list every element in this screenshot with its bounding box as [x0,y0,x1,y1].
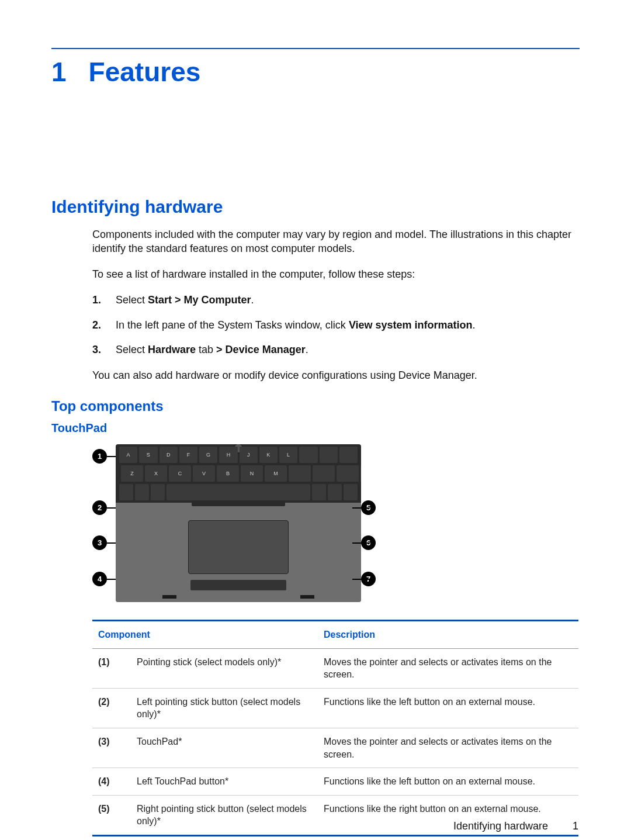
touchpad-right-button [238,580,286,590]
spacebar-key [167,484,310,500]
step-bold: Start > My Computer [148,294,251,306]
step-text: Select [116,294,148,306]
cell-index: (5) [92,795,131,835]
key [289,465,311,482]
key [312,484,326,500]
th-description: Description [318,621,578,649]
step-bold: Hardware [148,344,196,355]
step-text: . [251,294,254,306]
callout-1: 1 [92,449,107,464]
body-content: Components included with the computer ma… [92,227,578,383]
intro-paragraph-2: To see a list of hardware installed in t… [92,267,578,281]
key: J [240,447,258,463]
laptop-diagram: ASDFGHJKL ZXCVBNM [116,444,361,602]
page-footer: Identifying hardware 1 [453,819,578,833]
scroll-zone-right [300,595,314,599]
cell-description: Moves the pointer and selects or activat… [318,728,578,768]
step-number: 1. [92,293,101,307]
key: H [219,447,237,463]
scroll-zone-left [162,595,176,599]
callout-line [352,507,370,509]
cell-component: TouchPad* [131,728,318,768]
cell-index: (4) [92,768,131,796]
key [344,484,358,500]
key: C [169,465,191,482]
key: D [160,447,178,463]
section-heading-identifying-hardware: Identifying hardware [51,195,580,219]
callouts-right: 567 [361,444,384,602]
cell-description: Functions like the left button on an ext… [318,768,578,796]
chapter-title: Features [89,54,201,90]
callout-2: 2 [92,500,107,515]
cell-description: Moves the pointer and selects or activat… [318,648,578,688]
step-2: 2. In the left pane of the System Tasks … [92,318,578,332]
step-bold: View system information [349,319,473,331]
key: K [259,447,278,463]
cell-index: (3) [92,728,131,768]
table-row: (4)Left TouchPad button*Functions like t… [92,768,578,796]
key: B [217,465,239,482]
cell-component: Left TouchPad button* [131,768,318,796]
key [299,447,317,463]
step-number: 2. [92,318,101,332]
document-page: 1 Features Identifying hardware Componen… [0,0,631,840]
subsubsection-touchpad: TouchPad [51,420,580,436]
step-number: 3. [92,343,101,357]
top-rule [51,48,580,49]
step-1: 1. Select Start > My Computer. [92,293,578,307]
key: M [265,465,287,482]
step-3: 3. Select Hardware tab > Device Manager. [92,343,578,357]
callouts-left: 1234 [92,444,116,602]
component-table: Component Description (1)Pointing stick … [92,620,578,836]
key [339,447,358,463]
step-text: Select [116,344,148,355]
table-row: (1)Pointing stick (select models only)*M… [92,648,578,688]
keyboard-row: ZXCVBNM [119,465,358,482]
table-row: (2)Left pointing stick button (select mo… [92,688,578,728]
key: X [145,465,167,482]
cell-component: Left pointing stick button (select model… [131,688,318,728]
steps-list: 1. Select Start > My Computer. 2. In the… [92,293,578,357]
callout-3: 3 [92,535,107,550]
key [151,484,165,500]
callout-4: 4 [92,572,107,586]
key [320,447,338,463]
step-text: . [306,344,308,355]
key: L [279,447,297,463]
step-text: tab [196,344,216,355]
cell-component: Right pointing stick button (select mode… [131,795,318,835]
key [119,484,133,500]
callout-line [352,542,370,544]
step-text: In the left pane of the System Tasks win… [116,319,349,331]
keyboard-row [119,484,358,500]
pointing-stick-right-button [233,500,285,506]
key [313,465,335,482]
chapter-heading: 1 Features [51,54,580,90]
table-header-row: Component Description [92,621,578,649]
touchpad-area [188,520,289,574]
key: A [119,447,137,463]
cell-index: (1) [92,648,131,688]
subsection-top-components: Top components [51,397,580,416]
touchpad-left-button [190,580,238,590]
touchpad-illustration: 1234 ASDFGHJKL ZXCVBNM 567 [92,444,384,602]
key: S [139,447,157,463]
th-component: Component [92,621,318,649]
key: Z [121,465,143,482]
component-table-wrap: Component Description (1)Pointing stick … [92,620,578,836]
cell-description: Functions like the left button on an ext… [318,688,578,728]
key: F [179,447,197,463]
callout-line [352,579,370,580]
key: N [241,465,263,482]
table-body: (1)Pointing stick (select models only)*M… [92,648,578,835]
key: V [193,465,215,482]
cell-component: Pointing stick (select models only)* [131,648,318,688]
key: G [199,447,217,463]
footer-page-number: 1 [573,819,578,833]
step-text: . [473,319,476,331]
after-steps-paragraph: You can also add hardware or modify devi… [92,368,578,382]
cell-index: (2) [92,688,131,728]
table-row: (3)TouchPad*Moves the pointer and select… [92,728,578,768]
footer-section-name: Identifying hardware [453,819,548,833]
key [135,484,149,500]
